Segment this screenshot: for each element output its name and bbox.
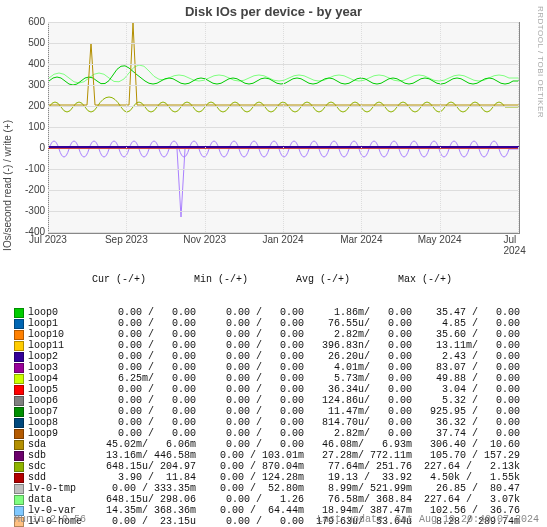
legend-swatch [14,429,24,439]
legend: Cur (-/+) Min (-/+) Avg (-/+) Max (-/+) … [14,252,520,527]
footer: Munin 2.0.56 Last update: Sat Aug 10 20:… [14,514,539,525]
legend-header: Cur (-/+) Min (-/+) Avg (-/+) Max (-/+) [14,274,520,285]
legend-text: loop5 0.00 / 0.00 0.00 / 0.00 36.34u/ 0.… [28,384,520,395]
chart-container: RRDTOOL / TOBI OETIKER Disk IOs per devi… [0,0,547,527]
legend-row: loop5 0.00 / 0.00 0.00 / 0.00 36.34u/ 0.… [14,384,520,395]
grid-line-v [361,22,362,232]
legend-text: loop4 6.25m/ 0.00 0.00 / 0.00 5.73m/ 0.0… [28,373,520,384]
footer-program: Munin 2.0.56 [14,514,86,525]
legend-swatch [14,495,24,505]
y-tick-label: -100 [5,163,45,174]
legend-text: sdd 3.90 / 11.84 0.00 / 124.28m 19.13 / … [28,472,520,483]
y-tick-label: -200 [5,184,45,195]
watermark-text: RRDTOOL / TOBI OETIKER [536,6,545,118]
legend-swatch [14,396,24,406]
legend-row: loop6 0.00 / 0.00 0.00 / 0.00 124.86u/ 0… [14,395,520,406]
legend-row: loop1 0.00 / 0.00 0.00 / 0.00 76.55u/ 0.… [14,318,520,329]
grid-line-h [48,232,518,233]
legend-swatch [14,484,24,494]
legend-text: loop8 0.00 / 0.00 0.00 / 0.00 814.70u/ 0… [28,417,520,428]
legend-text: lv-0-tmp 0.00 / 333.35m 0.00 / 52.80m 8.… [28,483,520,494]
x-tick-label: Nov 2023 [183,234,226,245]
legend-swatch [14,330,24,340]
legend-row: loop4 6.25m/ 0.00 0.00 / 0.00 5.73m/ 0.0… [14,373,520,384]
legend-text: loop6 0.00 / 0.00 0.00 / 0.00 124.86u/ 0… [28,395,520,406]
legend-row: loop11 0.00 / 0.00 0.00 / 0.00 396.83n/ … [14,340,520,351]
legend-row: sdd 3.90 / 11.84 0.00 / 124.28m 19.13 / … [14,472,520,483]
legend-swatch [14,308,24,318]
legend-swatch [14,363,24,373]
x-tick-label: Jul 2023 [29,234,67,245]
grid-line-v [440,22,441,232]
legend-swatch [14,473,24,483]
legend-text: sdc 648.15u/ 204.97 0.00 / 870.04m 77.64… [28,461,520,472]
legend-row: loop3 0.00 / 0.00 0.00 / 0.00 4.01m/ 0.0… [14,362,520,373]
legend-swatch [14,462,24,472]
chart-title: Disk IOs per device - by year [0,0,547,19]
legend-rows: loop0 0.00 / 0.00 0.00 / 0.00 1.86m/ 0.0… [14,307,520,527]
y-tick-label: 300 [5,79,45,90]
legend-text: loop2 0.00 / 0.00 0.00 / 0.00 26.20u/ 0.… [28,351,520,362]
grid-line-v [518,22,519,232]
legend-row: loop7 0.00 / 0.00 0.00 / 0.00 11.47m/ 0.… [14,406,520,417]
y-tick-label: 200 [5,100,45,111]
legend-row: loop9 0.00 / 0.00 0.00 / 0.00 2.82m/ 0.0… [14,428,520,439]
legend-text: data 648.15u/ 298.06 0.00 / 1.26 76.58m/… [28,494,520,505]
plot-svg [49,23,519,233]
legend-text: sdb 13.16m/ 446.58m 0.00 / 103.01m 27.28… [28,450,520,461]
footer-update: Last update: Sat Aug 10 20:40:07 2024 [317,514,539,525]
legend-swatch [14,341,24,351]
legend-swatch [14,352,24,362]
legend-row: sda 45.02m/ 6.06m 0.00 / 0.00 46.08m/ 6.… [14,439,520,450]
legend-text: loop1 0.00 / 0.00 0.00 / 0.00 76.55u/ 0.… [28,318,520,329]
grid-line-v [126,22,127,232]
legend-row: loop0 0.00 / 0.00 0.00 / 0.00 1.86m/ 0.0… [14,307,520,318]
x-tick-label: Mar 2024 [340,234,382,245]
grid-line-v [283,22,284,232]
y-tick-label: -300 [5,205,45,216]
legend-row: sdc 648.15u/ 204.97 0.00 / 870.04m 77.64… [14,461,520,472]
y-tick-label: 0 [5,142,45,153]
legend-row: loop10 0.00 / 0.00 0.00 / 0.00 2.82m/ 0.… [14,329,520,340]
grid-line-v [205,22,206,232]
plot-area [48,22,520,234]
legend-text: sda 45.02m/ 6.06m 0.00 / 0.00 46.08m/ 6.… [28,439,520,450]
legend-swatch [14,319,24,329]
legend-text: loop11 0.00 / 0.00 0.00 / 0.00 396.83n/ … [28,340,520,351]
legend-swatch [14,418,24,428]
legend-swatch [14,440,24,450]
y-tick-label: 500 [5,37,45,48]
legend-text: loop9 0.00 / 0.00 0.00 / 0.00 2.82m/ 0.0… [28,428,520,439]
y-tick-label: 100 [5,121,45,132]
legend-swatch [14,407,24,417]
legend-swatch [14,385,24,395]
x-tick-label: Jan 2024 [262,234,303,245]
x-tick-label: May 2024 [418,234,462,245]
legend-row: data 648.15u/ 298.06 0.00 / 1.26 76.58m/… [14,494,520,505]
legend-swatch [14,374,24,384]
legend-row: loop2 0.00 / 0.00 0.00 / 0.00 26.20u/ 0.… [14,351,520,362]
legend-text: loop10 0.00 / 0.00 0.00 / 0.00 2.82m/ 0.… [28,329,520,340]
grid-line-v [48,22,49,232]
y-tick-label: 400 [5,58,45,69]
legend-text: loop7 0.00 / 0.00 0.00 / 0.00 11.47m/ 0.… [28,406,520,417]
legend-swatch [14,451,24,461]
legend-row: lv-0-tmp 0.00 / 333.35m 0.00 / 52.80m 8.… [14,483,520,494]
x-tick-label: Sep 2023 [105,234,148,245]
legend-text: loop3 0.00 / 0.00 0.00 / 0.00 4.01m/ 0.0… [28,362,520,373]
legend-row: sdb 13.16m/ 446.58m 0.00 / 103.01m 27.28… [14,450,520,461]
y-tick-label: 600 [5,16,45,27]
legend-row: loop8 0.00 / 0.00 0.00 / 0.00 814.70u/ 0… [14,417,520,428]
legend-text: loop0 0.00 / 0.00 0.00 / 0.00 1.86m/ 0.0… [28,307,520,318]
